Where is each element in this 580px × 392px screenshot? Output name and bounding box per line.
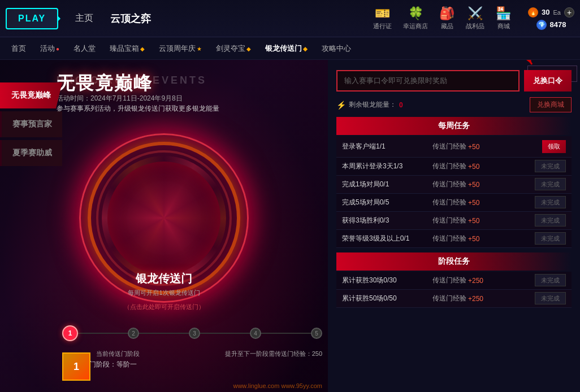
nav-link-home[interactable]: 主页 [75,12,93,24]
currency-display: 🔥 30 Ea + 💎 8478 [528,7,574,30]
task-action-4: 未完成 [523,216,566,225]
stage-task-action-1: 未完成 [523,294,566,303]
currency-label-ea: Ea [553,9,561,16]
right-panel: ◇ 活动规则 输入赛事口令即可兑换限时奖励 兑换口令 [328,60,580,392]
stage-task-reward-0: 传送门经验 +250 [432,276,518,285]
treasure-badge: ◆ [140,46,145,52]
stage-task-row-0: 累计获胜30场0/30 传送门经验 +250 未完成 [336,272,572,290]
collection-icon: 🎒 [439,6,455,21]
progress-area: 1 2 3 4 5 当前传送门阶段 提升至下一阶段需传送门经验：250 [62,325,322,358]
sec-nav-dragon-portal[interactable]: 银龙传送门◆ [265,43,308,54]
event-time: 活动时间：2024年7月11日-2024年9月8日 [57,94,183,103]
prog-dot-3: 3 [189,328,200,339]
task-name-0: 登录客户端1/1 [342,142,428,151]
portal-center [107,162,220,275]
dragon-badge: ◆ [303,46,308,52]
shop-label: 商城 [497,22,510,31]
main-content: 无畏竟巅峰 赛事预言家 夏季赛助威 PRO CIRCUIT EVENTS 无畏竟… [0,60,580,392]
portal-sublabel: 每周可开启1次银龙传送门 [68,289,260,297]
stage-task-name-0: 累计获胜30场0/30 [342,276,428,285]
add-currency-1-button[interactable]: + [564,7,574,18]
sec-nav-treasure-box[interactable]: 臻品宝箱◆ [110,43,145,54]
prog-line-2 [139,333,189,334]
sec-nav-hall-of-fame[interactable]: 名人堂 [73,43,96,54]
task-reward-4: 传送门经验 +50 [432,216,518,225]
collection-label: 藏品 [441,22,453,31]
stage-next-label: 提升至下一阶段需传送门经验：250 [225,350,322,358]
task-action-2: 未完成 [523,180,566,189]
task-action-0: 领取 [523,140,566,153]
lucky-shop-icon: 🍀 [408,6,423,21]
sidebar-btn-event1[interactable]: 无畏竟巅峰 [0,82,62,108]
currency-amount-2: 8478 [550,20,566,29]
progress-dots: 1 2 3 4 5 [62,325,322,341]
loot-label: 战利品 [466,22,484,31]
sidebar-btn-event3[interactable]: 夏季赛助威 [0,140,62,166]
incomplete-badge-2: 未完成 [535,178,566,190]
prog-dot-5: 5 [311,328,322,339]
top-navigation: PLAY 主页 云顶之弈 🎫 通行证 🍀 幸运商店 🎒 藏品 ⚔️ 战利品 🏪 … [0,0,580,37]
stage-task-action-0: 未完成 [523,276,566,285]
nav-icon-shop[interactable]: 🏪 商城 [496,6,511,31]
play-button[interactable]: PLAY [6,8,58,29]
task-action-3: 未完成 [523,198,566,207]
prog-line-4 [261,333,311,334]
stage-task-row-1: 累计获胜50场0/50 传送门经验 +250 未完成 [336,290,572,308]
balance-value: 0 [399,101,403,109]
sidebar-buttons: 无畏竟巅峰 赛事预言家 夏季赛助威 [0,82,62,166]
left-panel: 无畏竟巅峰 赛事预言家 夏季赛助威 PRO CIRCUIT EVENTS 无畏竟… [0,60,328,392]
sec-nav-home[interactable]: 首页 [11,43,26,54]
pass-label: 通行证 [373,22,392,31]
collect-button-0[interactable]: 领取 [542,140,566,153]
task-name-1: 本周累计登录3天1/3 [342,162,428,171]
nav-icon-collection[interactable]: 🎒 藏品 [439,6,455,31]
sidebar-btn-event2[interactable]: 赛事预言家 [0,111,62,137]
prog-dot-2: 2 [128,328,139,339]
redeem-shop-button[interactable]: 兑换商城 [530,97,572,112]
incomplete-badge-4: 未完成 [535,214,566,227]
balance-icon: ⚡ [336,101,346,110]
portal-label: 银龙传送门 每周可开启1次银龙传送门 [68,271,260,297]
sec-nav-strategy[interactable]: 攻略中心 [322,43,351,54]
pass-icon: 🎫 [375,6,390,21]
portal-container[interactable]: 银龙传送门 每周可开启1次银龙传送门 （点击此处即可开启传送门） [68,122,260,314]
nav-icon-lucky-shop[interactable]: 🍀 幸运商店 [403,6,428,31]
shop-icon: 🏪 [496,6,511,21]
task-row-1: 本周累计登录3天1/3 传送门经验 +50 未完成 [336,158,572,176]
task-action-1: 未完成 [523,162,566,171]
task-reward-2: 传送门经验 +50 [432,180,518,189]
balance-row: ⚡ 剩余银龙能量： 0 兑换商城 [336,97,572,112]
prog-line-3 [200,333,250,334]
watermark: www.linglue.com www.95yy.com [233,382,322,389]
loot-icon: ⚔️ [468,6,483,21]
sword-badge: ◆ [246,46,251,52]
task-reward-0: 传送门经验 +50 [432,142,518,151]
weekly-tasks-header: 每周任务 [336,117,572,135]
sec-nav-anniversary[interactable]: 云顶周年庆★ [159,43,202,54]
sec-nav-sword[interactable]: 剑灵夺宝◆ [216,43,251,54]
nav-link-tft[interactable]: 云顶之弈 [110,12,151,25]
nav-icon-group: 🎫 通行证 🍀 幸运商店 🎒 藏品 ⚔️ 战利品 🏪 商城 🔥 30 Ea + [373,6,574,31]
stage-incomplete-badge-1: 未完成 [535,292,566,304]
portal-name: 银龙传送门 [68,271,260,286]
nav-icon-pass[interactable]: 🎫 通行证 [373,6,392,31]
incomplete-badge-5: 未完成 [535,232,566,245]
sec-nav-activity[interactable]: 活动● [40,43,59,54]
orange-currency-icon: 🔥 [528,7,538,18]
stage-incomplete-badge-0: 未完成 [535,274,566,286]
stage-task-reward-1: 传送门经验 +250 [432,294,518,303]
task-reward-5: 传送门经验 +50 [432,234,518,243]
nav-icon-loot[interactable]: ⚔️ 战利品 [466,6,484,31]
incomplete-badge-3: 未完成 [535,196,566,208]
redeem-button[interactable]: 兑换口令 [524,70,572,92]
main-nav-links: 主页 云顶之弈 [75,12,151,25]
redeem-area: 输入赛事口令即可兑换限时奖励 兑换口令 [336,70,572,92]
incomplete-badge-1: 未完成 [535,160,566,172]
event-title: 无畏竟巅峰 [57,71,153,96]
anniversary-badge: ★ [197,46,202,52]
task-name-3: 完成5场对局0/5 [342,198,428,207]
task-row-3: 完成5场对局0/5 传送门经验 +50 未完成 [336,194,572,212]
task-reward-3: 传送门经验 +50 [432,198,518,207]
task-row-5: 荣誉等级3级及以上0/1 传送门经验 +50 未完成 [336,230,572,248]
currency-amount-1: 30 [542,8,549,16]
